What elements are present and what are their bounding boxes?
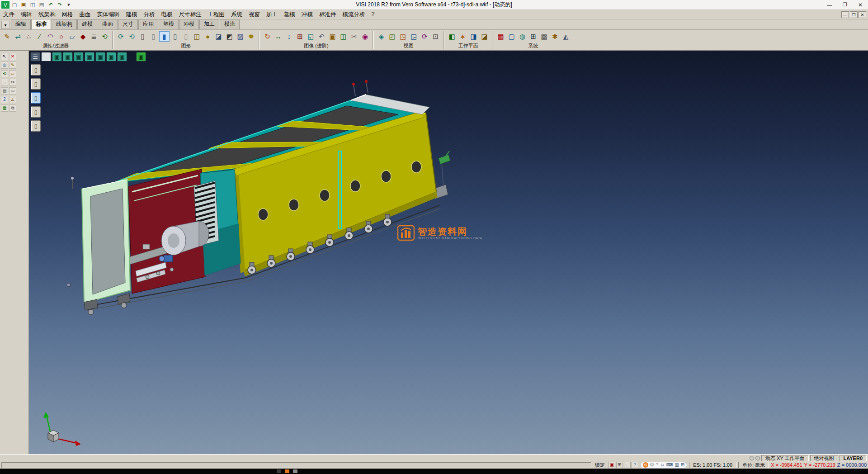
view-cube-iso-icon[interactable]: ▣: [52, 52, 62, 62]
hidden-line-mode-icon[interactable]: ▯: [148, 31, 159, 42]
new-file-icon[interactable]: ▢: [10, 1, 19, 9]
select-arrow-icon[interactable]: ↖: [1, 53, 8, 60]
viewport-style-blank-icon[interactable]: [41, 52, 51, 62]
ribbon-tab[interactable]: 塑模: [159, 19, 179, 29]
copy-icon[interactable]: ⧉: [9, 104, 16, 112]
redraw-icon[interactable]: ⟳: [116, 31, 126, 42]
regenerate-icon[interactable]: ⟲: [127, 31, 137, 42]
menu-item[interactable]: 模流分析: [340, 10, 368, 19]
match-properties-icon[interactable]: ⇌: [13, 31, 23, 42]
trim-scissors-icon[interactable]: ✂: [9, 79, 16, 86]
ime-punctuation-icon[interactable]: °: [656, 463, 658, 467]
globe-language-icon[interactable]: ◍: [517, 31, 528, 42]
workplane-on-face-icon[interactable]: ◨: [468, 31, 479, 42]
workplane-standard-icon[interactable]: ◧: [447, 31, 457, 42]
dynamic-rotate-icon[interactable]: ↻: [262, 31, 273, 42]
ribbon-tab[interactable]: 曲面: [98, 19, 118, 29]
background-settings-icon[interactable]: ▨: [235, 31, 245, 42]
calc-2-icon[interactable]: 2: [1, 96, 8, 103]
ortho-toggle-icon[interactable]: ∟: [624, 462, 631, 468]
quick-access-dropdown[interactable]: ▾: [65, 1, 73, 9]
clip-plane-icon[interactable]: ✂: [349, 31, 359, 42]
filter-arcs-icon[interactable]: ◠: [45, 31, 56, 42]
ime-chinese-icon[interactable]: 中: [650, 463, 655, 467]
grid-settings-icon[interactable]: ⊞: [528, 31, 538, 42]
menu-item[interactable]: 建模: [123, 10, 141, 19]
menu-item[interactable]: 编辑: [18, 10, 35, 19]
grid-toggle-icon[interactable]: ⊞: [616, 462, 623, 468]
sogou-logo-icon[interactable]: S: [643, 462, 648, 468]
dynamic-pan-icon[interactable]: ↔: [273, 31, 283, 42]
display-settings-icon[interactable]: ▢: [506, 31, 517, 42]
ribbon-tab[interactable]: 建模: [77, 19, 97, 29]
color-manager-icon[interactable]: ▦: [495, 31, 506, 42]
zoom-window-icon[interactable]: ⊞: [295, 31, 305, 42]
view-status[interactable]: 绝对视图: [810, 455, 838, 461]
menu-item[interactable]: 线架构: [35, 10, 59, 19]
menu-item[interactable]: 塑模: [281, 10, 298, 19]
ribbon-tab[interactable]: 冲模: [179, 19, 199, 29]
plot-print-icon[interactable]: ▤: [1, 87, 8, 95]
wireframe-mode-icon[interactable]: ▯: [137, 31, 148, 42]
menu-item[interactable]: 冲模: [298, 10, 316, 19]
menu-item[interactable]: 加工: [263, 10, 281, 19]
workplane-3points-icon[interactable]: ∗: [458, 31, 468, 42]
minimize-button[interactable]: —: [822, 0, 837, 9]
multi-viewport-icon[interactable]: ◫: [338, 31, 349, 42]
menu-item[interactable]: ?: [368, 10, 378, 19]
view-dynamic-icon[interactable]: ⟳: [420, 31, 430, 42]
delete-icon[interactable]: ✕: [9, 53, 16, 60]
view-right-icon[interactable]: ◲: [409, 31, 419, 42]
ribbon-tab[interactable]: 标准: [31, 19, 51, 29]
menu-item[interactable]: 尺寸标注: [176, 10, 205, 19]
measure-angle-icon[interactable]: ∠: [9, 96, 16, 103]
ribbon-tab[interactable]: 编辑: [11, 19, 31, 29]
light-settings-icon[interactable]: ✹: [246, 31, 256, 42]
move-icon[interactable]: ↔: [1, 79, 8, 86]
mdi-restore-button[interactable]: ❐: [850, 11, 858, 18]
render-quality-icon[interactable]: ●: [203, 31, 213, 42]
zoom-previous-icon[interactable]: ↶: [316, 31, 327, 42]
zoom-icon[interactable]: ◎: [1, 62, 8, 69]
redo-icon[interactable]: ↷: [56, 1, 64, 9]
view-cube-top-icon[interactable]: ▣: [106, 52, 116, 62]
clipboard-slot-5[interactable]: ▯: [31, 120, 41, 132]
menu-item[interactable]: 分析: [141, 10, 158, 19]
hatch-pattern-icon[interactable]: ▩: [539, 31, 549, 42]
clipboard-slot-4[interactable]: ▯: [31, 106, 41, 118]
clipboard-slot-1[interactable]: ▯: [31, 64, 41, 76]
filter-reset-icon[interactable]: ⟲: [99, 31, 110, 42]
layer-status[interactable]: LAYER0: [840, 455, 867, 461]
menu-item[interactable]: 曲面: [76, 10, 94, 19]
view-front-icon[interactable]: ◳: [398, 31, 408, 42]
view-snapshot-icon[interactable]: ▣: [327, 31, 338, 42]
filter-surfaces-icon[interactable]: ▱: [67, 31, 77, 42]
filter-points-icon[interactable]: ∴: [24, 31, 34, 42]
clipboard-slot-3[interactable]: ▯: [31, 92, 41, 104]
sketch-pencil-icon[interactable]: ✎: [9, 62, 16, 69]
visi-logo[interactable]: V: [1, 1, 9, 9]
close-button[interactable]: ✕: [853, 0, 868, 9]
ribbon-tab[interactable]: 模流: [220, 19, 240, 29]
ribbon-tab[interactable]: 应用: [138, 19, 158, 29]
mdi-minimize-button[interactable]: —: [841, 11, 849, 18]
menu-item[interactable]: 网格: [59, 10, 76, 19]
rotate-icon[interactable]: ⟲: [1, 70, 8, 77]
erase-icon[interactable]: ▱: [9, 70, 16, 77]
dynamic-section-icon[interactable]: ◫: [192, 31, 202, 42]
taskbar-app-3[interactable]: [293, 469, 297, 473]
view-top-icon[interactable]: ◰: [387, 31, 397, 42]
image-capture-icon[interactable]: ◉: [360, 31, 370, 42]
menu-item[interactable]: 实体编辑: [94, 10, 123, 19]
chart-layers-icon[interactable]: ▦: [1, 104, 8, 112]
menu-item[interactable]: 文件: [0, 10, 18, 19]
print-icon[interactable]: ▤: [38, 1, 46, 9]
menu-item[interactable]: 视窗: [245, 10, 263, 19]
open-file-icon[interactable]: ▣: [19, 1, 28, 9]
properties-brush-icon[interactable]: ✎: [2, 31, 12, 42]
viewport-menu-icon[interactable]: ☰: [30, 52, 40, 62]
view-manager-icon[interactable]: ⊡: [430, 31, 441, 42]
filter-layers-icon[interactable]: ≣: [89, 31, 99, 42]
filter-solids-icon[interactable]: ◆: [78, 31, 88, 42]
filter-lines-icon[interactable]: ∕: [34, 31, 45, 42]
